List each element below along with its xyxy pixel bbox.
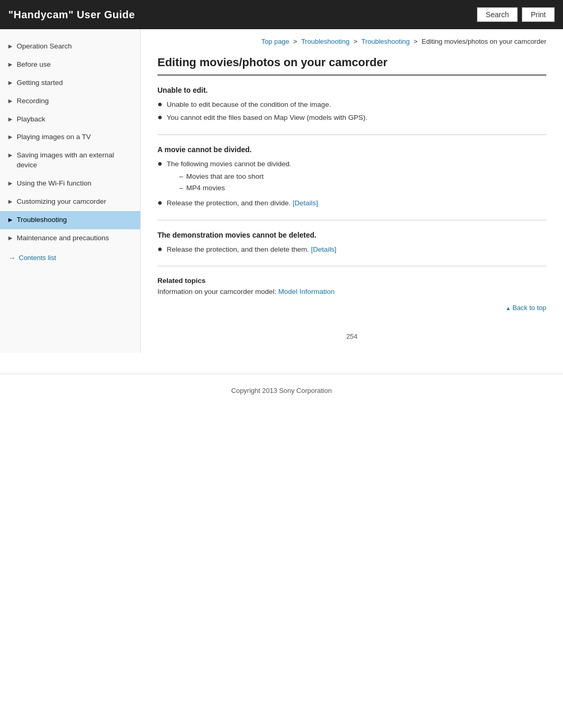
sidebar: ▶Operation Search▶Before use▶Getting sta… — [0, 29, 141, 353]
sidebar-item-label: Before use — [17, 60, 132, 70]
sidebar-arrow-icon: ▶ — [8, 198, 13, 205]
sidebar-item-label: Playback — [17, 115, 132, 125]
section-heading: A movie cannot be divided. — [157, 145, 546, 154]
bullet-list: ●Release the protection, and then delete… — [157, 244, 546, 255]
sidebar-arrow-icon: ▶ — [8, 116, 13, 123]
sidebar-item-label: Playing images on a TV — [17, 132, 132, 142]
print-button[interactable]: Print — [522, 7, 555, 22]
sidebar-item-5[interactable]: ▶Playing images on a TV — [0, 128, 140, 146]
model-information-link[interactable]: Model Information — [278, 288, 335, 295]
bullet-text: Unable to edit because of the condition … — [167, 100, 331, 110]
footer: Copyright 2013 Sony Corporation — [0, 374, 563, 403]
bullet-item-0: ●The following movies cannot be divided.… — [157, 159, 546, 196]
sidebar-item-1[interactable]: ▶Before use — [0, 56, 140, 74]
back-to-top-link[interactable]: ▲Back to top — [506, 304, 546, 312]
sidebar-item-9[interactable]: ▶Troubleshooting — [0, 211, 140, 229]
breadcrumb-separator: > — [412, 38, 420, 45]
bullet-dot-icon: ● — [157, 113, 163, 121]
sidebar-arrow-icon: ▶ — [8, 180, 13, 187]
breadcrumb-current: Editing movies/photos on your camcorder — [422, 38, 546, 45]
sidebar-item-0[interactable]: ▶Operation Search — [0, 38, 140, 56]
section-heading: Unable to edit. — [157, 86, 546, 94]
related-topics-heading: Related topics — [157, 277, 546, 285]
section-demonstration-movies: The demonstration movies cannot be delet… — [157, 231, 546, 266]
bullet-item-1: ●Release the protection, and then divide… — [157, 198, 546, 208]
sidebar-arrow-icon: ▶ — [8, 216, 13, 224]
bullet-dot-icon: ● — [157, 199, 163, 207]
arrow-right-icon: → — [8, 254, 16, 262]
sidebar-item-7[interactable]: ▶Using the Wi-Fi function — [0, 175, 140, 193]
sub-item-1: –MP4 movies — [179, 183, 291, 193]
sidebar-arrow-icon: ▶ — [8, 133, 13, 141]
sidebar-item-2[interactable]: ▶Getting started — [0, 74, 140, 92]
contents-list-link[interactable]: → Contents list — [0, 248, 140, 264]
main-content: Top page > Troubleshooting > Troubleshoo… — [141, 29, 563, 353]
sidebar-item-label: Maintenance and precautions — [17, 233, 132, 243]
sidebar-item-10[interactable]: ▶Maintenance and precautions — [0, 229, 140, 248]
section-movie-cannot-be-divided: A movie cannot be divided.●The following… — [157, 145, 546, 220]
bullet-text: Release the protection, and then divide.… — [167, 198, 318, 208]
back-to-top-label: Back to top — [512, 304, 546, 312]
sub-dash-icon: – — [179, 171, 183, 182]
sidebar-item-label: Getting started — [17, 78, 132, 88]
header: "Handycam" User Guide Search Print — [0, 0, 563, 29]
sidebar-item-4[interactable]: ▶Playback — [0, 110, 140, 129]
back-to-top: ▲Back to top — [157, 304, 546, 312]
sidebar-item-label: Saving images with an external device — [17, 151, 132, 170]
bullet-item-0: ●Unable to edit because of the condition… — [157, 100, 546, 110]
bullet-dot-icon: ● — [157, 245, 163, 253]
related-text-before-link: Information on your camcorder model: — [157, 288, 278, 295]
bullet-dot-icon: ● — [157, 159, 163, 168]
sub-item-text: MP4 movies — [186, 183, 225, 193]
sidebar-item-6[interactable]: ▶Saving images with an external device — [0, 146, 140, 175]
breadcrumb: Top page > Troubleshooting > Troubleshoo… — [157, 38, 546, 45]
sidebar-arrow-icon: ▶ — [8, 97, 13, 105]
bullet-list: ●Unable to edit because of the condition… — [157, 100, 546, 124]
bullet-details-link[interactable]: [Details] — [292, 199, 318, 207]
section-heading: The demonstration movies cannot be delet… — [157, 231, 546, 239]
breadcrumb-link-2[interactable]: Troubleshooting — [361, 38, 410, 45]
bullet-list: ●The following movies cannot be divided.… — [157, 159, 546, 209]
sidebar-item-label: Operation Search — [17, 42, 132, 52]
sidebar-item-label: Recording — [17, 96, 132, 106]
sidebar-item-label: Using the Wi-Fi function — [17, 179, 132, 189]
page-title: Editing movies/photos on your camcorder — [157, 56, 546, 76]
sidebar-arrow-icon: ▶ — [8, 79, 13, 87]
related-topics-section: Related topics Information on your camco… — [157, 277, 546, 295]
bullet-item-0: ●Release the protection, and then delete… — [157, 244, 546, 255]
header-title: "Handycam" User Guide — [8, 9, 135, 21]
sub-dash-icon: – — [179, 183, 183, 193]
search-button[interactable]: Search — [477, 7, 518, 22]
bullet-text: The following movies cannot be divided.–… — [167, 159, 291, 196]
bullet-details-link[interactable]: [Details] — [311, 245, 337, 253]
contents-list-label: Contents list — [19, 254, 56, 262]
sidebar-item-3[interactable]: ▶Recording — [0, 92, 140, 110]
sidebar-arrow-icon: ▶ — [8, 61, 13, 68]
sub-list: –Movies that are too short–MP4 movies — [179, 171, 291, 194]
main-layout: ▶Operation Search▶Before use▶Getting sta… — [0, 29, 563, 353]
breadcrumb-separator: > — [291, 38, 299, 45]
bullet-text: You cannot edit the files based on Map V… — [167, 113, 368, 123]
sub-item-text: Movies that are too short — [186, 171, 264, 182]
page-number: 254 — [157, 332, 546, 340]
breadcrumb-link-0[interactable]: Top page — [261, 38, 289, 45]
header-actions: Search Print — [477, 7, 555, 22]
breadcrumb-link-1[interactable]: Troubleshooting — [301, 38, 350, 45]
triangle-up-icon: ▲ — [506, 305, 511, 311]
sidebar-arrow-icon: ▶ — [8, 235, 13, 242]
bullet-dot-icon: ● — [157, 100, 163, 108]
copyright-text: Copyright 2013 Sony Corporation — [231, 387, 332, 394]
sub-item-0: –Movies that are too short — [179, 171, 291, 182]
sidebar-item-label: Customizing your camcorder — [17, 197, 132, 207]
section-unable-to-edit: Unable to edit.●Unable to edit because o… — [157, 86, 546, 135]
bullet-item-1: ●You cannot edit the files based on Map … — [157, 113, 546, 123]
sidebar-arrow-icon: ▶ — [8, 43, 13, 50]
related-topics-text: Information on your camcorder model: Mod… — [157, 288, 546, 295]
sidebar-item-8[interactable]: ▶Customizing your camcorder — [0, 193, 140, 211]
sidebar-arrow-icon: ▶ — [8, 152, 13, 159]
sidebar-item-label: Troubleshooting — [17, 215, 132, 225]
bullet-text: Release the protection, and then delete … — [167, 244, 337, 255]
breadcrumb-separator: > — [351, 38, 359, 45]
